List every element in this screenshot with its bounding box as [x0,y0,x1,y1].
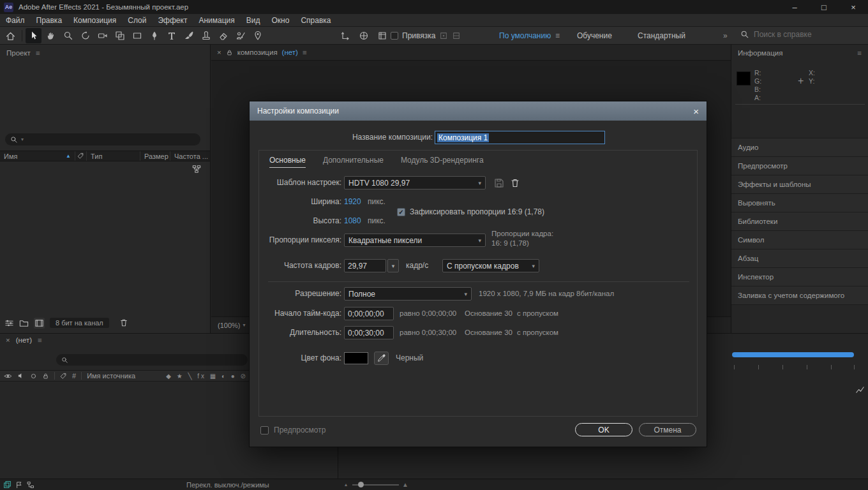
height-value[interactable]: 1080 [344,214,361,228]
new-folder-icon[interactable] [19,318,29,328]
column-name[interactable]: Имя ▲ [0,151,75,161]
ok-button[interactable]: OK [575,423,632,436]
section-libraries[interactable]: Библиотеки [731,212,868,231]
layer-switches-icons[interactable]: ◆ ★ ╲ fx ▦ ◐ ● ⊘ [166,373,248,380]
cancel-button[interactable]: Отмена [639,423,696,436]
interpret-footage-icon[interactable] [4,318,14,328]
pen-tool[interactable] [146,28,162,43]
menu-view[interactable]: Вид [241,16,266,25]
width-value[interactable]: 1920 [344,195,361,209]
delete-preset-button[interactable] [509,177,521,189]
menu-help[interactable]: Справка [295,16,336,25]
local-axis-mode-icon[interactable] [337,28,353,43]
column-framerate[interactable]: Частота ... [170,151,210,161]
start-timecode-input[interactable]: 0;00;00;00 [344,307,394,320]
zoom-level-dropdown[interactable]: (100%) [218,322,240,329]
eye-icon[interactable] [4,372,12,380]
zoom-in-mountain-icon[interactable]: ▲ [402,481,408,488]
menu-layer[interactable]: Слой [122,16,152,25]
save-preset-button[interactable] [493,177,505,189]
eraser-tool[interactable] [215,28,231,43]
timeline-menu-icon[interactable]: ≡ [38,336,42,344]
workspace-tab-learn[interactable]: Обучение [577,31,612,40]
duration-input[interactable]: 0;00;30;00 [344,326,394,339]
tag-icon[interactable] [60,373,67,380]
pan-behind-tool[interactable] [112,28,128,43]
bg-color-swatch[interactable] [344,352,368,364]
tab-advanced[interactable]: Дополнительные [323,156,384,168]
graph-editor-icon[interactable] [855,385,865,394]
layers-status-icon[interactable] [3,480,11,489]
frame-rate-dropdown-button[interactable]: ▾ [387,259,399,272]
preview-checkbox[interactable] [260,426,269,434]
type-tool[interactable] [163,28,179,43]
view-axis-mode-icon[interactable] [374,28,390,43]
dialog-close-icon[interactable]: × [693,107,699,116]
trash-icon[interactable] [119,318,128,327]
roto-brush-tool[interactable] [232,28,248,43]
clone-stamp-tool[interactable] [198,28,214,43]
orbit-camera-tool[interactable] [77,28,93,43]
snap-features-icon[interactable] [439,31,448,40]
composition-name-input[interactable]: Композиция 1 [435,131,605,144]
workspace-tab-default[interactable]: По умолчанию [499,31,551,40]
minimize-button[interactable]: – [780,0,809,14]
menu-effect[interactable]: Эффект [152,16,193,25]
workspace-menu-icon[interactable]: ≡ [555,31,560,40]
project-menu-icon[interactable]: ≡ [36,49,40,57]
section-audio[interactable]: Аудио [731,138,868,157]
composition-tab[interactable]: × композиция (нет) ≡ [211,45,731,61]
zoom-tool[interactable] [60,28,76,43]
workspace-overflow-icon[interactable]: » [723,31,728,40]
world-axis-mode-icon[interactable] [355,28,371,43]
solo-icon[interactable] [30,373,37,380]
puppet-pin-tool[interactable] [250,28,266,43]
snap-guides-icon[interactable] [452,31,461,40]
selection-tool[interactable] [26,28,41,43]
column-number[interactable]: # [72,372,76,380]
tab-close-icon[interactable]: × [6,336,10,344]
section-effects-presets[interactable]: Эффекты и шаблоны [731,175,868,194]
project-flowchart-icon[interactable] [192,165,201,174]
column-type[interactable]: Тип [87,151,140,161]
preset-dropdown[interactable]: HDTV 1080 29,97 ▾ [344,176,486,189]
maximize-button[interactable]: □ [809,0,839,14]
hand-tool[interactable] [43,28,59,43]
workspace-tab-standard[interactable]: Стандартный [638,31,685,40]
zoom-out-mountain-icon[interactable]: ▴ [345,482,347,487]
camera-tool[interactable] [94,28,110,43]
new-composition-icon[interactable] [34,318,45,329]
dialog-titlebar[interactable]: Настройки композиции × [250,101,707,121]
home-tool[interactable] [3,28,19,43]
flag-status-icon[interactable] [15,481,23,489]
shape-tool[interactable] [129,28,145,43]
time-navigator-bar[interactable] [732,352,854,357]
resolution-dropdown[interactable]: Полное ▾ [344,287,472,301]
menu-file[interactable]: Файл [0,16,31,25]
tab-close-icon[interactable]: × [217,48,221,56]
section-content-aware-fill[interactable]: Заливка с учетом содержимого [731,286,868,305]
section-character[interactable]: Символ [731,231,868,249]
flowchart-status-icon[interactable] [27,481,34,489]
section-inspector[interactable]: Инспектор [731,268,868,286]
eyedropper-button[interactable] [374,352,389,365]
project-search-input[interactable]: ▾ [5,133,200,145]
audio-icon[interactable] [17,372,25,380]
section-align[interactable]: Выровнять [731,194,868,212]
column-label-color[interactable] [75,151,87,161]
section-paragraph[interactable]: Абзац [731,249,868,268]
help-search[interactable]: Поиск в справке [740,30,812,39]
brush-tool[interactable] [181,28,197,43]
menu-window[interactable]: Окно [266,16,295,25]
frame-rate-input[interactable]: 29,97 [344,259,386,272]
menu-composition[interactable]: Композиция [68,16,122,25]
bit-depth-well[interactable]: 8 бит на канал [50,318,109,328]
column-source-name[interactable]: Имя источника [87,372,135,380]
lock-icon[interactable] [42,373,49,380]
drop-frame-dropdown[interactable]: С пропуском кадров ▾ [442,259,539,272]
tab-3d-renderer[interactable]: Модуль 3D-рендеринга [401,156,484,168]
menu-animation[interactable]: Анимация [193,16,240,25]
tab-basic[interactable]: Основные [269,156,306,168]
column-size[interactable]: Размер [140,151,170,161]
close-button[interactable]: × [839,0,868,14]
